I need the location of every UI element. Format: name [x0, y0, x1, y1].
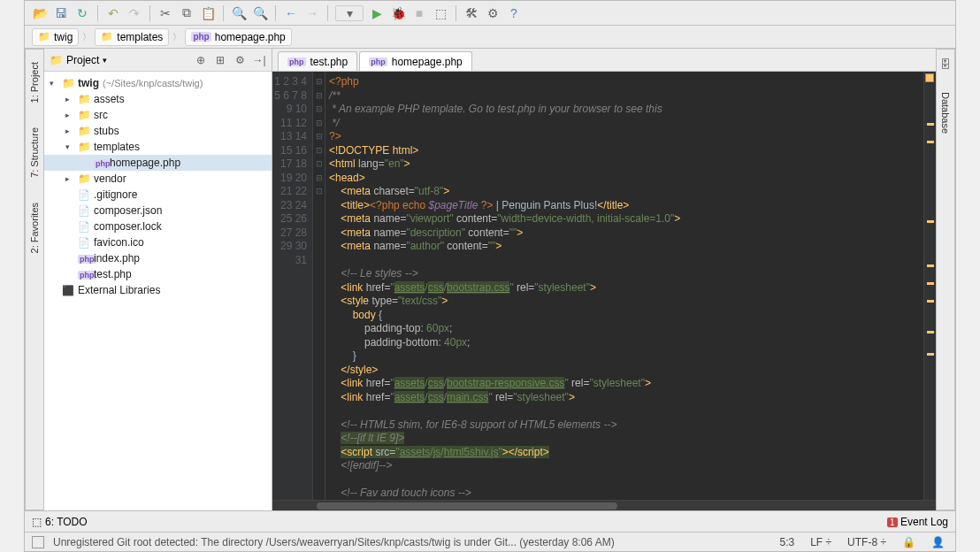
run-icon[interactable]: ▶	[369, 5, 385, 21]
tree-node[interactable]: ▾📁templates	[44, 139, 272, 155]
breadcrumb-bar: 📁twig〉📁templates〉phphomepage.php	[25, 26, 955, 49]
main-toolbar: 📂 🖫 ↻ ↶ ↷ ✂ ⧉ 📋 🔍 🔍 ← → ▾ ▶ 🐞 ■ ⬚ 🛠 ⚙ ?	[25, 1, 955, 26]
forward-icon[interactable]: →	[304, 5, 320, 21]
debug-icon[interactable]: 🐞	[390, 5, 406, 21]
project-tool-window: 📁Project ▾ ⊕ ⊞ ⚙ →| ▾📁twig (~/Sites/knp/…	[44, 49, 272, 510]
copy-icon[interactable]: ⧉	[179, 5, 195, 21]
settings-icon[interactable]: ⚙	[485, 5, 501, 21]
undo-icon[interactable]: ↶	[105, 5, 121, 21]
tree-node[interactable]: ▾📁twig (~/Sites/knp/casts/twig)	[44, 75, 272, 91]
db-icon[interactable]: 🗄	[940, 58, 951, 71]
tree-node[interactable]: 📄composer.json	[44, 203, 272, 218]
collapse-icon[interactable]: ⊞	[213, 53, 227, 67]
coverage-icon[interactable]: ⬚	[433, 5, 448, 21]
line-gutter[interactable]: 1 2 3 4 5 6 7 8 9 10 11 12 13 14 15 16 1…	[272, 72, 313, 500]
fold-gutter[interactable]: ⊟ ⊟ ⊟ ⊟ ⊟ ⊡ ⊡ ⊟ ⊡	[313, 72, 325, 500]
left-tool-stripe: 1: Project7: Structure2: Favorites	[25, 49, 44, 510]
replace-icon[interactable]: 🔍	[252, 5, 268, 21]
status-message: Unregistered Git root detected: The dire…	[53, 536, 767, 548]
code-area[interactable]: <?php /** * An example PHP template. Go …	[325, 72, 923, 500]
project-header: 📁Project ▾ ⊕ ⊞ ⚙ →|	[44, 49, 272, 72]
editor-tab[interactable]: phptest.php	[278, 51, 357, 71]
stop-icon[interactable]: ■	[411, 5, 427, 21]
tree-node[interactable]: ⬛External Libraries	[44, 282, 272, 298]
breadcrumb-item[interactable]: 📁twig	[32, 28, 79, 46]
gear-icon[interactable]: ⚙	[233, 53, 247, 67]
breadcrumb-item[interactable]: phphomepage.php	[185, 28, 291, 46]
bottom-tool-bar: ⬚ 6: TODO 1 Event Log	[25, 510, 955, 532]
project-title[interactable]: 📁Project ▾	[50, 54, 107, 66]
tree-node[interactable]: phptest.php	[44, 266, 272, 282]
editor-tabs: phptest.phpphphomepage.php	[272, 49, 936, 72]
tools-icon[interactable]: 🛠	[463, 5, 479, 21]
save-icon[interactable]: 🖫	[53, 5, 69, 21]
open-icon[interactable]: 📂	[32, 5, 48, 21]
line-ending[interactable]: LF ÷	[807, 536, 835, 548]
tree-node[interactable]: 📄.gitignore	[44, 187, 272, 203]
tool-window-tab[interactable]: 2: Favorites	[27, 199, 42, 257]
right-tool-stripe: 🗄 Database	[936, 49, 955, 510]
search-icon[interactable]: 🔍	[231, 5, 247, 21]
tool-window-tab[interactable]: 1: Project	[27, 58, 42, 106]
help-icon[interactable]: ?	[506, 5, 522, 21]
tree-node[interactable]: ▸📁src	[44, 107, 272, 123]
project-tree[interactable]: ▾📁twig (~/Sites/knp/casts/twig)▸📁assets▸…	[44, 72, 272, 510]
sync-icon[interactable]: ↻	[74, 5, 90, 21]
tree-node[interactable]: ▸📁assets	[44, 91, 272, 107]
back-icon[interactable]: ←	[283, 5, 299, 21]
editor-tab[interactable]: phphomepage.php	[359, 51, 472, 71]
tool-window-tab[interactable]: 7: Structure	[27, 124, 42, 181]
editor: phptest.phpphphomepage.php 1 2 3 4 5 6 7…	[272, 49, 936, 510]
hector-icon[interactable]: 👤	[928, 536, 948, 548]
event-log-button[interactable]: 1 Event Log	[887, 516, 948, 528]
tree-node[interactable]: phpindex.php	[44, 250, 272, 266]
tree-node[interactable]: phphomepage.php	[44, 155, 272, 171]
paste-icon[interactable]: 📋	[200, 5, 216, 21]
cut-icon[interactable]: ✂	[157, 5, 173, 21]
todo-tool-button[interactable]: ⬚ 6: TODO	[32, 516, 88, 528]
caret-position[interactable]: 5:3	[776, 536, 798, 548]
error-stripe[interactable]	[923, 72, 936, 500]
run-config-dropdown[interactable]: ▾	[335, 5, 364, 21]
tree-node[interactable]: 📄favicon.ico	[44, 234, 272, 250]
breadcrumb-item[interactable]: 📁templates	[95, 28, 169, 46]
tree-node[interactable]: 📄composer.lock	[44, 218, 272, 234]
lock-icon[interactable]: 🔒	[899, 536, 919, 548]
redo-icon[interactable]: ↷	[126, 5, 142, 21]
main-window: 📂 🖫 ↻ ↶ ↷ ✂ ⧉ 📋 🔍 🔍 ← → ▾ ▶ 🐞 ■ ⬚ 🛠 ⚙ ? …	[24, 0, 956, 552]
scroll-to-icon[interactable]: ⊕	[194, 53, 208, 67]
tree-node[interactable]: ▸📁stubs	[44, 123, 272, 139]
tool-window-tab[interactable]: Database	[938, 88, 953, 137]
tree-node[interactable]: ▸📁vendor	[44, 171, 272, 187]
hide-icon[interactable]: →|	[252, 53, 266, 67]
status-square-icon[interactable]	[32, 536, 44, 548]
encoding[interactable]: UTF-8 ÷	[844, 536, 890, 548]
status-bar: Unregistered Git root detected: The dire…	[25, 532, 955, 551]
h-scrollbar[interactable]	[272, 500, 936, 510]
